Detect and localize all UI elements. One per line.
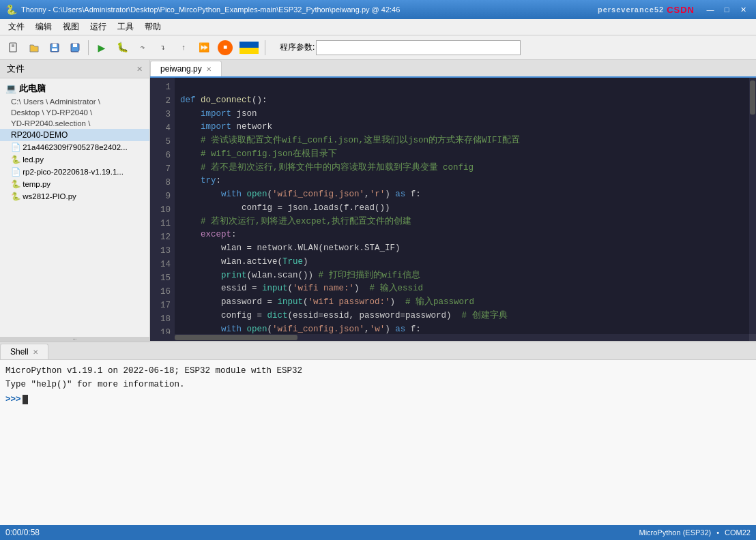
step-over-button[interactable]: ↷ bbox=[133, 38, 152, 57]
shell-cursor bbox=[23, 395, 28, 404]
status-separator: • bbox=[716, 528, 719, 537]
menu-file[interactable]: 文件 bbox=[3, 20, 30, 34]
file-tree: 💻 此电脑 C:\ Users \ Administrator \ Deskto… bbox=[0, 78, 149, 337]
shell-prompt: >>> bbox=[5, 393, 21, 406]
editor-tabs: peiwang.py ✕ bbox=[150, 60, 756, 78]
menubar: 文件 编辑 视图 运行 工具 帮助 bbox=[0, 19, 756, 35]
status-right: MicroPython (ESP32) • COM22 bbox=[639, 528, 751, 537]
minimize-button[interactable]: — bbox=[703, 3, 718, 16]
new-button[interactable] bbox=[4, 38, 23, 57]
params-input[interactable] bbox=[316, 40, 521, 55]
status-left: 0:00/0:58 bbox=[5, 528, 40, 537]
shell-panel: Shell ✕ MicroPython v1.19.1 on 2022-06-1… bbox=[0, 341, 756, 525]
toolbar-sep-1 bbox=[88, 40, 89, 55]
shell-tab[interactable]: Shell ✕ bbox=[0, 344, 48, 359]
csdn-logo: perseverance52 CSDN bbox=[598, 5, 695, 15]
status-interpreter: MicroPython (ESP32) bbox=[639, 528, 711, 537]
open-button[interactable] bbox=[25, 38, 44, 57]
shell-line-1: MicroPython v1.19.1 on 2022-06-18; ESP32… bbox=[5, 364, 751, 378]
app-icon: 🐍 bbox=[5, 4, 17, 15]
save-button[interactable] bbox=[45, 38, 64, 57]
step-out-button[interactable]: ↑ bbox=[174, 38, 193, 57]
run-button[interactable]: ▶ bbox=[92, 38, 111, 57]
tree-path-1: C:\ Users \ Administrator \ bbox=[0, 96, 149, 107]
menu-edit[interactable]: 编辑 bbox=[30, 20, 57, 34]
code-editor[interactable]: 1 2 3 4 5 6 7 8 9 10 11 12 13 14 15 16 1 bbox=[150, 78, 756, 334]
params-label: 程序参数: bbox=[280, 42, 315, 53]
editor-tab-label: peiwang.py bbox=[160, 64, 202, 74]
svg-rect-7 bbox=[73, 44, 77, 47]
files-tab: 文件 ✕ bbox=[0, 60, 149, 78]
menu-run[interactable]: 运行 bbox=[85, 20, 112, 34]
tree-path-3: YD-RP2040.selection \ bbox=[0, 118, 149, 129]
editor-tab-peiwang[interactable]: peiwang.py ✕ bbox=[150, 61, 222, 76]
tree-file-temp[interactable]: 🐍 temp.py bbox=[0, 178, 149, 190]
main-layout: 文件 ✕ 💻 此电脑 C:\ Users \ Administrator \ D… bbox=[0, 60, 756, 525]
shell-content[interactable]: MicroPython v1.19.1 on 2022-06-18; ESP32… bbox=[0, 360, 756, 525]
editor-tab-close[interactable]: ✕ bbox=[206, 65, 212, 73]
file-icon-led: 🐍 bbox=[11, 155, 23, 164]
menu-help[interactable]: 帮助 bbox=[139, 20, 166, 34]
shell-tabs: Shell ✕ bbox=[0, 342, 756, 360]
saveas-button[interactable]: + bbox=[66, 38, 85, 57]
menu-tools[interactable]: 工具 bbox=[112, 20, 139, 34]
maximize-button[interactable]: □ bbox=[719, 3, 734, 16]
toolbar: + ▶ 🐛 ↷ ↴ ↑ ⏩ ■ 程序参数: bbox=[0, 35, 756, 60]
title-text: Thonny - C:\Users\Administrator\Desktop\… bbox=[21, 5, 598, 14]
tree-path-4[interactable]: RP2040-DEMO bbox=[0, 129, 149, 141]
file-icon-rp2: 📄 bbox=[11, 168, 23, 176]
svg-rect-4 bbox=[53, 44, 57, 47]
vertical-scrollbar[interactable] bbox=[749, 78, 756, 334]
horizontal-scrollbar[interactable] bbox=[150, 334, 756, 341]
titlebar: 🐍 Thonny - C:\Users\Administrator\Deskto… bbox=[0, 0, 756, 19]
tree-file-1[interactable]: 📄 21a4462309f7905278e2402... bbox=[0, 141, 149, 153]
toolbar-sep-2 bbox=[265, 40, 265, 55]
files-tab-label: 文件 bbox=[7, 63, 25, 75]
statusbar: 0:00/0:58 MicroPython (ESP32) • COM22 bbox=[0, 525, 756, 540]
svg-text:+: + bbox=[78, 48, 81, 53]
status-time: 0:00/0:58 bbox=[5, 528, 40, 537]
file-icon-ws: 🐍 bbox=[11, 192, 23, 200]
shell-prompt-line[interactable]: >>> bbox=[5, 393, 751, 406]
shell-tab-label: Shell bbox=[10, 347, 29, 357]
step-into-button[interactable]: ↴ bbox=[154, 38, 173, 57]
files-tab-close[interactable]: ✕ bbox=[136, 65, 143, 74]
stop-button[interactable]: ■ bbox=[218, 40, 233, 55]
window-controls[interactable]: — □ ✕ bbox=[703, 3, 751, 16]
line-numbers: 1 2 3 4 5 6 7 8 9 10 11 12 13 14 15 16 1 bbox=[150, 78, 175, 334]
shell-tab-close[interactable]: ✕ bbox=[33, 348, 38, 356]
hscroll-thumb[interactable] bbox=[175, 335, 297, 340]
computer-icon: 💻 bbox=[5, 83, 19, 93]
scroll-thumb[interactable] bbox=[750, 80, 755, 115]
menu-view[interactable]: 视图 bbox=[57, 20, 85, 34]
tree-path-2: Desktop \ YD-RP2040 \ bbox=[0, 107, 149, 118]
svg-rect-5 bbox=[52, 48, 57, 51]
left-panel: 文件 ✕ 💻 此电脑 C:\ Users \ Administrator \ D… bbox=[0, 60, 150, 341]
tree-file-ws[interactable]: 🐍 ws2812-PIO.py bbox=[0, 190, 149, 202]
right-panel: peiwang.py ✕ 1 2 3 4 5 6 7 8 9 10 bbox=[150, 60, 756, 341]
tree-file-led[interactable]: 🐍 led.py bbox=[0, 153, 149, 166]
tree-file-rp2[interactable]: 📄 rp2-pico-20220618-v1.19.1... bbox=[0, 166, 149, 178]
file-icon-temp: 🐍 bbox=[11, 180, 23, 188]
debug-button[interactable]: 🐛 bbox=[113, 38, 132, 57]
resume-button[interactable]: ⏩ bbox=[194, 38, 214, 57]
status-port: COM22 bbox=[725, 528, 751, 537]
file-icon-1: 📄 bbox=[11, 143, 23, 151]
code-content[interactable]: def do_connect(): import json import net… bbox=[175, 78, 749, 334]
ukraine-flag-icon bbox=[239, 42, 259, 54]
tree-computer[interactable]: 💻 此电脑 bbox=[0, 81, 149, 96]
close-button[interactable]: ✕ bbox=[736, 3, 751, 16]
svg-rect-0 bbox=[10, 43, 16, 52]
shell-line-2: Type "help()" for more information. bbox=[5, 378, 751, 391]
